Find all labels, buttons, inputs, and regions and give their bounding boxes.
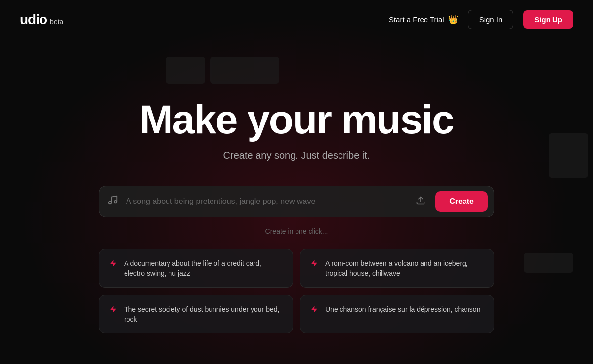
- logo-wordmark: udio: [20, 12, 47, 28]
- hero-title: Make your music: [139, 98, 453, 141]
- logo-badge: beta: [50, 18, 63, 26]
- suggestion-card-2[interactable]: A rom-com between a volcano and an icebe…: [300, 249, 494, 288]
- hero-subtitle: Create any song. Just describe it.: [223, 150, 370, 161]
- navbar: udiobeta Start a Free Trial 👑 Sign In Si…: [0, 0, 593, 39]
- suggestion-card-3[interactable]: The secret society of dust bunnies under…: [99, 295, 293, 334]
- crown-icon: 👑: [448, 15, 458, 24]
- music-icon: [105, 193, 120, 210]
- bolt-icon-3: [109, 305, 117, 316]
- create-hint: Create in one click...: [265, 227, 328, 235]
- bolt-icon-4: [310, 305, 318, 316]
- bolt-icon-2: [310, 259, 318, 270]
- suggestion-card-4[interactable]: Une chanson française sur la dépression,…: [300, 295, 494, 334]
- svg-point-0: [109, 202, 112, 204]
- song-description-input[interactable]: [126, 194, 406, 209]
- create-bar: Create: [99, 186, 494, 217]
- suggestion-text-1: A documentary about the life of a credit…: [124, 258, 283, 279]
- free-trial-label: Start a Free Trial: [389, 15, 444, 24]
- svg-point-1: [114, 201, 117, 203]
- create-button[interactable]: Create: [435, 191, 488, 212]
- main-content: Make your music Create any song. Just de…: [0, 39, 593, 333]
- bolt-icon-1: [109, 259, 117, 270]
- sign-up-button[interactable]: Sign Up: [523, 10, 573, 29]
- suggestion-card-1[interactable]: A documentary about the life of a credit…: [99, 249, 293, 288]
- suggestions-grid: A documentary about the life of a credit…: [99, 249, 494, 333]
- sign-in-button[interactable]: Sign In: [468, 10, 514, 29]
- free-trial-link[interactable]: Start a Free Trial 👑: [389, 15, 458, 24]
- upload-icon[interactable]: [412, 194, 429, 210]
- suggestion-text-3: The secret society of dust bunnies under…: [124, 304, 283, 324]
- nav-right: Start a Free Trial 👑 Sign In Sign Up: [389, 10, 573, 29]
- suggestion-text-4: Une chanson française sur la dépression,…: [325, 304, 480, 314]
- suggestion-text-2: A rom-com between a volcano and an icebe…: [325, 258, 484, 279]
- logo[interactable]: udiobeta: [20, 12, 63, 28]
